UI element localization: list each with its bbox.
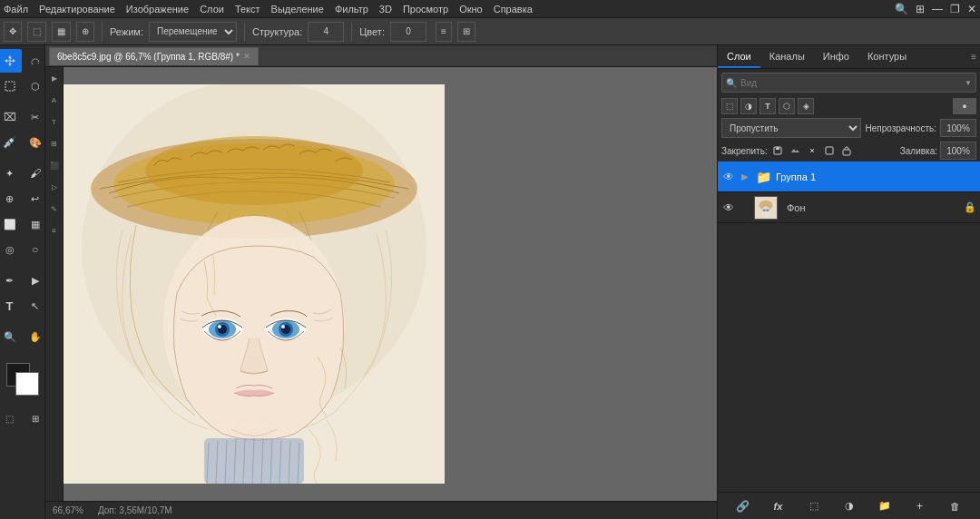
strip-btn-1[interactable]: ▶	[47, 71, 62, 85]
gradient-tool[interactable]: ▦	[24, 212, 47, 236]
menu-item-select[interactable]: Выделение	[271, 4, 324, 15]
add-adjustment-btn[interactable]: ◑	[839, 496, 859, 516]
color-input[interactable]	[390, 22, 426, 42]
add-style-btn[interactable]: fx	[769, 496, 789, 516]
eraser-tool[interactable]: ⬜	[0, 212, 22, 236]
close-icon[interactable]: ✕	[967, 3, 976, 15]
delete-layer-btn[interactable]: 🗑	[946, 496, 965, 516]
lasso2-tool[interactable]: ⬡	[24, 74, 47, 98]
move-tool[interactable]	[0, 49, 22, 73]
opacity-input[interactable]	[940, 119, 976, 137]
align-btn[interactable]: ≡	[436, 22, 452, 42]
slice-tool[interactable]: ✂	[24, 105, 47, 129]
menu-item-3d[interactable]: 3D	[379, 4, 392, 15]
dodge-tool[interactable]: ○	[24, 238, 47, 261]
workspace-icon[interactable]: ⊞	[916, 3, 925, 15]
layer-expand-group1[interactable]: ▶	[740, 171, 750, 182]
transform-btn[interactable]: ⬚	[27, 22, 46, 42]
snap-btn[interactable]: ⊕	[76, 22, 94, 42]
tab-layers[interactable]: Слои	[718, 45, 760, 68]
hand-tool[interactable]: ✋	[24, 325, 47, 348]
background-color[interactable]	[15, 372, 39, 396]
strip-icon-6: ▷	[52, 183, 57, 191]
filter-toggle[interactable]: ●	[953, 98, 976, 114]
path-select-tool[interactable]: ▶	[24, 269, 47, 292]
layer-background[interactable]: 👁 Фон 🔒	[718, 192, 980, 223]
zoom-tool[interactable]: 🔍	[0, 325, 22, 348]
tab-info[interactable]: Инфо	[814, 45, 858, 68]
distribute-btn[interactable]: ⊞	[457, 22, 475, 42]
search-dropdown-icon[interactable]: ▼	[965, 79, 972, 87]
minimize-icon[interactable]: —	[932, 3, 943, 15]
new-layer-btn[interactable]: +	[910, 496, 930, 516]
pen-tool[interactable]: ✒	[0, 269, 22, 292]
lasso-tool[interactable]	[24, 49, 47, 73]
blur-tool[interactable]: ◎	[0, 238, 22, 261]
crop-tool[interactable]: ⌧	[0, 105, 22, 129]
spot-heal-tool[interactable]: ✦	[0, 162, 22, 185]
tools-panel: ⬡ ⌧ ✂ 💉 🎨 ✦ 🖌	[0, 45, 45, 519]
clone-stamp-tool[interactable]: ⊕	[0, 187, 22, 211]
lock-all-btn[interactable]	[839, 143, 854, 158]
quick-mask-btn[interactable]: ⬚	[0, 406, 22, 430]
layer-eye-group1[interactable]: 👁	[721, 170, 736, 184]
strip-btn-4[interactable]: ⊞	[47, 136, 62, 151]
filter-adjust-btn[interactable]: ◑	[740, 98, 757, 114]
type-tool[interactable]: T	[0, 294, 22, 318]
artboard-btn[interactable]: A	[47, 93, 62, 107]
strip-btn-6[interactable]: ▷	[47, 180, 62, 194]
menu-item-help[interactable]: Справка	[494, 4, 533, 15]
brush-tool[interactable]: 🖌	[24, 162, 47, 185]
lock-artboard-btn[interactable]	[822, 143, 837, 158]
menu-item-filter[interactable]: Фильтр	[335, 4, 368, 15]
blend-mode-select[interactable]: Пропустить Нормальный Умножение	[721, 118, 861, 138]
canvas-scroll[interactable]: ▶ A T ⊞ ⬛ ▷ ✎	[45, 67, 717, 501]
fill-input[interactable]	[940, 142, 976, 160]
link-layers-btn[interactable]: 🔗	[733, 496, 753, 516]
screen-mode-btn[interactable]: ⊞	[24, 406, 47, 430]
mode-select[interactable]: Перемещение	[149, 22, 237, 42]
filter-smart-btn[interactable]: ◈	[798, 98, 814, 114]
tab-paths[interactable]: Контуры	[858, 45, 916, 68]
layer-eye-bg[interactable]: 👁	[721, 201, 736, 215]
strip-btn-7[interactable]: ✎	[47, 201, 62, 216]
search-icon[interactable]: 🔍	[895, 3, 908, 15]
eyedropper-tool[interactable]: 💉	[0, 131, 22, 154]
lock-position-btn[interactable]	[805, 143, 819, 158]
new-group-btn[interactable]: 📁	[875, 496, 895, 516]
filter-pixel-btn[interactable]: ⬚	[721, 98, 738, 114]
canvas-image[interactable]	[64, 84, 445, 484]
history-tool[interactable]: ↩	[24, 187, 47, 211]
marquee-tool[interactable]	[0, 74, 22, 98]
tab-channels[interactable]: Каналы	[760, 45, 814, 68]
panel-tabs: Слои Каналы Инфо Контуры ≡	[718, 45, 980, 69]
document-tab[interactable]: 6be8c5c9.jpg @ 66,7% (Группа 1, RGB/8#) …	[49, 47, 259, 65]
color-swatches[interactable]	[6, 363, 39, 396]
color-sample-tool[interactable]: 🎨	[24, 131, 47, 154]
direct-select-tool[interactable]: ↖	[24, 294, 47, 318]
filter-type-btn[interactable]: T	[760, 98, 776, 114]
strip-btn-8[interactable]: ≡	[47, 223, 62, 238]
strip-btn-5[interactable]: ⬛	[47, 158, 62, 172]
layer-group-1[interactable]: 👁 ▶ 📁 Группа 1	[718, 162, 980, 192]
add-mask-btn[interactable]: ⬚	[804, 496, 824, 516]
menu-item-edit[interactable]: Редактирование	[39, 4, 115, 15]
menu-item-file[interactable]: Файл	[4, 4, 28, 15]
structure-input[interactable]	[308, 22, 344, 42]
panel-menu-icon[interactable]: ≡	[971, 52, 976, 62]
menu-item-text[interactable]: Текст	[235, 4, 260, 15]
menu-item-layers[interactable]: Слои	[200, 4, 224, 15]
menu-item-window[interactable]: Окно	[459, 4, 483, 15]
menu-item-view[interactable]: Просмотр	[403, 4, 448, 15]
lock-transparent-btn[interactable]	[770, 143, 785, 158]
restore-icon[interactable]: ❐	[950, 3, 960, 15]
filter-shape-btn[interactable]: ⬡	[779, 98, 795, 114]
layers-search-input[interactable]	[740, 78, 965, 88]
lock-image-btn[interactable]	[788, 143, 802, 158]
tab-close-btn[interactable]: ✕	[243, 52, 250, 61]
path-select-icon: ▶	[32, 275, 39, 287]
strip-btn-3[interactable]: T	[47, 114, 62, 129]
move-tool-btn[interactable]: ✥	[4, 22, 22, 42]
menu-item-image[interactable]: Изображение	[126, 4, 189, 15]
layer-move-btn[interactable]: ▦	[52, 22, 71, 42]
